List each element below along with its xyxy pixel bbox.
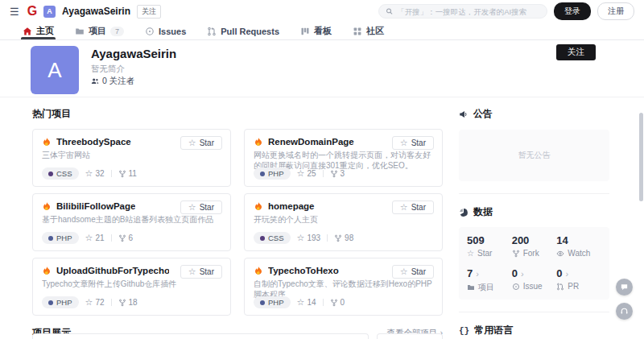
- star-button-label: Star: [411, 203, 426, 212]
- divider: [459, 312, 609, 312]
- scrollbar[interactable]: [639, 113, 643, 201]
- star-icon: ☆: [297, 169, 305, 178]
- gitee-logo[interactable]: G: [27, 5, 37, 18]
- search-input[interactable]: [397, 7, 540, 16]
- divider: [323, 299, 324, 306]
- stat-label-text: 项目: [478, 282, 494, 293]
- stat-prs[interactable]: 0› PR: [556, 267, 601, 293]
- divider: [111, 234, 112, 242]
- community-icon: [353, 27, 362, 36]
- tab-pull-requests[interactable]: Pull Requests: [207, 23, 279, 39]
- language-dot: [48, 300, 53, 305]
- login-button[interactable]: 登录: [554, 2, 591, 20]
- announcement-empty-box: 暂无公告: [459, 130, 609, 181]
- project-name[interactable]: UploadGithubForTypecho: [56, 266, 169, 275]
- stat-watch-label: Watch: [556, 249, 601, 258]
- avatar[interactable]: A: [31, 46, 79, 94]
- tab-home[interactable]: 主页: [23, 23, 54, 39]
- fork-icon: [512, 250, 520, 258]
- language-label: PHP: [56, 234, 72, 242]
- stat-projects[interactable]: 7› 项目: [467, 267, 512, 293]
- search-bar[interactable]: [378, 4, 547, 19]
- fork-count-value: 98: [345, 234, 353, 242]
- project-card[interactable]: BilibiliFollowPage ☆ Star 基于handsome主题的B…: [32, 193, 231, 251]
- project-card[interactable]: RenewDomainPage ☆ Star 网站更换域名时的一个跳转提示页面，…: [244, 129, 443, 187]
- hamburger-menu-icon[interactable]: ☰: [10, 6, 19, 17]
- stat-fork-label: Fork: [512, 249, 557, 258]
- fork-count-value: 0: [341, 298, 345, 307]
- project-card-footer: PHP ☆14 0: [254, 296, 345, 308]
- star-count-value: 72: [95, 298, 104, 307]
- project-card[interactable]: UploadGithubForTypecho ☆ Star Typecho文章附…: [32, 258, 231, 316]
- followers-count[interactable]: 0 关注者: [91, 76, 134, 87]
- language-pill: PHP: [42, 232, 79, 244]
- star-button-label: Star: [411, 138, 426, 147]
- star-button[interactable]: ☆ Star: [392, 201, 434, 214]
- star-count: ☆25: [297, 169, 316, 178]
- stat-prs-value: 0›: [556, 267, 601, 279]
- tab-issues[interactable]: Issues: [145, 23, 186, 39]
- project-name[interactable]: RenewDomainPage: [268, 137, 354, 147]
- language-dot: [48, 172, 53, 176]
- project-description: Typecho文章附件上传Github仓库插件: [42, 279, 221, 290]
- project-card[interactable]: TypechoToHexo ☆ Star 自制的Typecho文章、评论数据迁移…: [244, 258, 443, 316]
- feedback-button[interactable]: [616, 279, 633, 296]
- stats-title: 数据: [473, 205, 493, 219]
- project-card-header: BilibiliFollowPage ☆ Star: [42, 201, 221, 211]
- tab-projects[interactable]: 项目 7: [75, 23, 124, 39]
- tab-board[interactable]: 看板: [300, 23, 332, 39]
- issue-icon: [145, 27, 155, 36]
- star-icon: ☆: [188, 203, 196, 212]
- profile-hero: A AyagawaSeirin 暂无简介 0 关注者 关注: [0, 40, 644, 97]
- fork-count-value: 3: [341, 169, 345, 178]
- project-card-header: TypechoToHexo ☆ Star: [254, 266, 433, 275]
- stat-issues[interactable]: 0› Issue: [512, 267, 557, 293]
- fork-count: 98: [334, 234, 353, 242]
- star-button-label: Star: [411, 267, 426, 276]
- tab-projects-label: 项目: [89, 25, 106, 37]
- stats-grid: 509 ☆Star 200 Fork 14 Watch 7› 项目 0› I: [467, 234, 601, 293]
- star-count: ☆32: [85, 169, 105, 178]
- stat-prs-label: PR: [556, 282, 601, 291]
- folder-icon: [75, 27, 85, 36]
- star-button[interactable]: ☆ Star: [392, 265, 434, 279]
- follow-button[interactable]: 关注: [556, 44, 596, 60]
- star-button-label: Star: [200, 203, 214, 212]
- profile-name: AyagawaSeirin: [91, 47, 176, 60]
- stats-header: 数据: [459, 205, 609, 219]
- showcase-card-partial: [32, 333, 369, 339]
- project-name[interactable]: BilibiliFollowPage: [56, 201, 135, 211]
- stat-label-text: PR: [568, 282, 579, 291]
- star-button[interactable]: ☆ Star: [180, 136, 222, 150]
- project-name[interactable]: homepage: [268, 201, 315, 211]
- tab-community[interactable]: 社区: [353, 23, 384, 39]
- main-content: 热门项目 ThreebodySpace ☆ Star 三体宇宙网站 CSS: [32, 107, 443, 339]
- star-button[interactable]: ☆ Star: [180, 265, 222, 279]
- search-icon: [386, 7, 393, 15]
- pull-request-icon: [556, 283, 564, 291]
- star-count-value: 21: [95, 234, 104, 242]
- project-name[interactable]: ThreebodySpace: [56, 137, 131, 147]
- issue-icon: [512, 283, 520, 291]
- flame-icon: [42, 137, 52, 147]
- stat-projects-label: 项目: [467, 282, 512, 293]
- register-button[interactable]: 注册: [597, 2, 634, 20]
- header-username[interactable]: AyagawaSeirin: [62, 6, 130, 17]
- fork-icon: [334, 234, 342, 242]
- stat-fork-value: 200: [512, 234, 557, 246]
- user-avatar-small[interactable]: A: [43, 6, 56, 18]
- stat-label-text: Watch: [568, 249, 590, 258]
- divider: [459, 193, 609, 194]
- stat-label-text: Star: [477, 249, 492, 258]
- project-card[interactable]: homepage ☆ Star 开玩笑的个人主页 CSS ☆193 98: [244, 193, 443, 251]
- customer-service-button[interactable]: [616, 303, 633, 320]
- star-button[interactable]: ☆ Star: [180, 201, 222, 214]
- project-card[interactable]: ThreebodySpace ☆ Star 三体宇宙网站 CSS ☆32 11: [32, 129, 231, 187]
- pie-chart-icon: [459, 208, 469, 217]
- star-button[interactable]: ☆ Star: [392, 136, 434, 150]
- project-name[interactable]: TypechoToHexo: [268, 266, 339, 275]
- language-pill: CSS: [254, 232, 291, 244]
- header-follow-chip[interactable]: 关注: [137, 5, 161, 19]
- star-icon: ☆: [400, 138, 408, 147]
- stat-watch-value: 14: [556, 234, 601, 246]
